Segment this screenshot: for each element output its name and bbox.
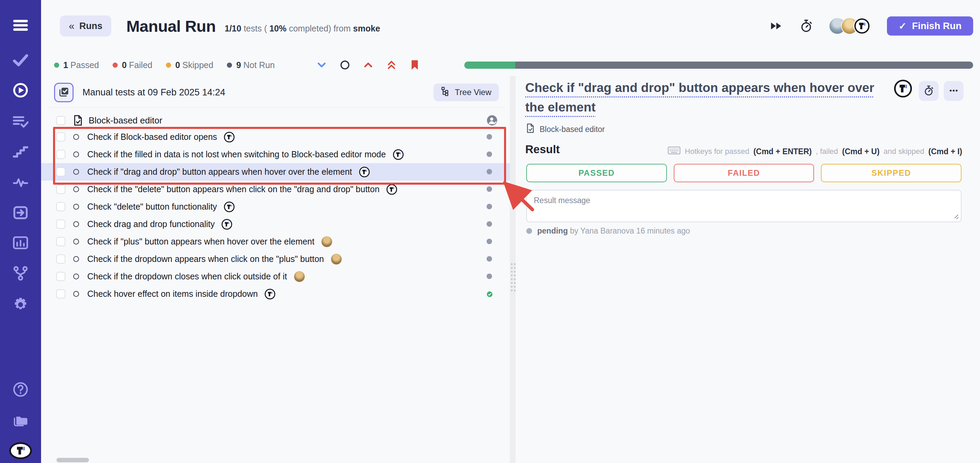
test-checkbox[interactable]: [56, 132, 65, 141]
sidebar-item-t-logo[interactable]: [0, 441, 41, 461]
test-checkbox[interactable]: [56, 167, 65, 176]
test-row[interactable]: Check if the "delete" button appears whe…: [41, 181, 510, 198]
stopwatch-button[interactable]: [919, 81, 939, 101]
test-row[interactable]: Check if the dropdown closes when click …: [41, 268, 510, 285]
hotkeys-text: and skipped: [883, 147, 924, 156]
result-failed-button[interactable]: FAILED: [674, 164, 815, 182]
run-header: « Runs Manual Run 1/10 tests ( 10% compl…: [60, 14, 973, 38]
test-row[interactable]: Check drag and drop functionality: [41, 216, 510, 233]
result-buttons: PASSEDFAILEDSKIPPED: [526, 164, 961, 182]
test-status-icon: [487, 204, 493, 210]
avatar-t-logo: [264, 289, 275, 300]
status-dot-icon: [54, 63, 59, 68]
sidebar-item-list-check[interactable]: [0, 111, 41, 131]
fast-forward-icon[interactable]: [768, 19, 784, 33]
timer-icon[interactable]: [799, 19, 814, 33]
panel-resize-handle[interactable]: [510, 76, 515, 463]
test-status-icon: [487, 134, 493, 140]
result-skipped-button[interactable]: SKIPPED: [821, 164, 961, 182]
document-check-icon: [73, 114, 83, 126]
grip-dots-icon: [511, 263, 515, 291]
select-all-button[interactable]: [54, 83, 73, 102]
test-row[interactable]: Check if "drag and drop" button appears …: [41, 163, 510, 181]
run-progress-bar: [465, 62, 973, 69]
sidebar-item-pulse[interactable]: [0, 172, 41, 192]
avatar-t-logo: [224, 201, 235, 212]
more-options-button[interactable]: [944, 81, 964, 101]
legend-passed: 1 Passed: [54, 60, 99, 70]
tests-ratio: 1/10: [225, 24, 242, 33]
test-checkbox[interactable]: [56, 220, 65, 229]
not-run-dot-icon: [487, 204, 492, 209]
finish-run-button[interactable]: ✓ Finish Run: [887, 16, 973, 36]
test-row[interactable]: Check if the filled in data is not lost …: [41, 146, 510, 163]
status-bar: 1 Passed0 Failed0 Skipped9 Not Run: [54, 57, 973, 73]
test-checkbox[interactable]: [56, 254, 65, 264]
avatar-t-logo: [386, 184, 397, 195]
status-circle-icon: [73, 239, 79, 244]
sidebar-item-gear[interactable]: [0, 295, 41, 315]
sidebar-item-steps[interactable]: [0, 141, 41, 162]
test-title: Check if "drag and drop" button appears …: [87, 167, 352, 177]
bookmark-icon[interactable]: [409, 59, 420, 71]
horizontal-scrollbar-thumb[interactable]: [56, 458, 89, 462]
status-dot-icon: [166, 63, 171, 68]
chevron-down-icon[interactable]: [316, 59, 328, 71]
not-run-dot-icon: [487, 169, 492, 174]
test-checkbox[interactable]: [56, 237, 65, 246]
status-legend: 1 Passed0 Failed0 Skipped9 Not Run: [54, 60, 275, 70]
assignee-person-icon[interactable]: [487, 115, 498, 126]
result-passed-button[interactable]: PASSED: [526, 164, 667, 182]
tree-view-button[interactable]: Tree View: [434, 83, 499, 101]
hotkey-skipped: (Cmd + I): [928, 147, 962, 156]
test-status-icon: [487, 274, 493, 280]
bar-chart-icon: [13, 235, 29, 251]
chevrons-up-icon[interactable]: [386, 59, 397, 71]
sidebar-item-check[interactable]: [0, 50, 41, 70]
filter-icons: [316, 59, 420, 71]
document-check-icon: [526, 123, 535, 135]
test-detail-title[interactable]: Check if "drag and drop" button appears …: [525, 78, 891, 117]
check-icon: ✓: [899, 21, 907, 32]
result-message-input[interactable]: [526, 190, 961, 222]
test-checkbox[interactable]: [56, 289, 65, 298]
test-checkbox[interactable]: [56, 272, 65, 281]
assignee-avatars[interactable]: [829, 17, 870, 35]
not-run-dot-icon: [487, 186, 492, 192]
test-row[interactable]: Check "delete" button functionality: [41, 198, 510, 216]
keyboard-icon: [668, 146, 681, 157]
back-to-runs-button[interactable]: « Runs: [60, 15, 111, 36]
subtitle-text: completed) from: [289, 24, 351, 33]
sidebar-item-bar-chart[interactable]: [0, 233, 41, 253]
circle-icon[interactable]: [339, 59, 351, 71]
test-author-avatar[interactable]: [894, 79, 912, 98]
not-run-dot-icon: [487, 221, 492, 227]
legend-not-run: 9 Not Run: [227, 60, 275, 70]
t-logo-icon: [9, 442, 32, 460]
test-checkbox[interactable]: [56, 150, 65, 159]
group-checkbox[interactable]: [56, 116, 65, 125]
test-checkbox[interactable]: [56, 185, 65, 194]
status-circle-icon: [73, 221, 79, 227]
chevron-up-icon[interactable]: [363, 59, 374, 71]
test-checkbox[interactable]: [56, 202, 65, 211]
passed-check-icon: [487, 291, 493, 297]
test-status-icon: [487, 239, 493, 245]
sidebar-item-sign-in[interactable]: [0, 203, 41, 223]
not-run-dot-icon: [487, 152, 492, 157]
test-status-icon: [487, 256, 493, 262]
test-row[interactable]: Check hover effect on items inside dropd…: [41, 285, 510, 303]
subtitle-text: tests (: [243, 24, 267, 33]
sidebar-item-folder[interactable]: [0, 411, 41, 431]
test-row[interactable]: Check if the dropdown appears when click…: [41, 250, 510, 268]
sidebar-item-play-circle[interactable]: [0, 80, 41, 100]
sidebar-item-menu[interactable]: [0, 15, 41, 35]
sidebar-item-help[interactable]: [0, 380, 41, 400]
test-assignee-avatar: [321, 236, 332, 247]
test-row[interactable]: Check if Block-based editor opens: [41, 128, 510, 146]
suite-group-row[interactable]: Block-based editor: [56, 113, 501, 128]
test-row[interactable]: Check if "plus" button appears when hove…: [41, 233, 510, 250]
result-heading: Result: [525, 143, 560, 156]
sidebar-item-git-branch[interactable]: [0, 263, 41, 283]
test-status-icon: [487, 186, 493, 192]
